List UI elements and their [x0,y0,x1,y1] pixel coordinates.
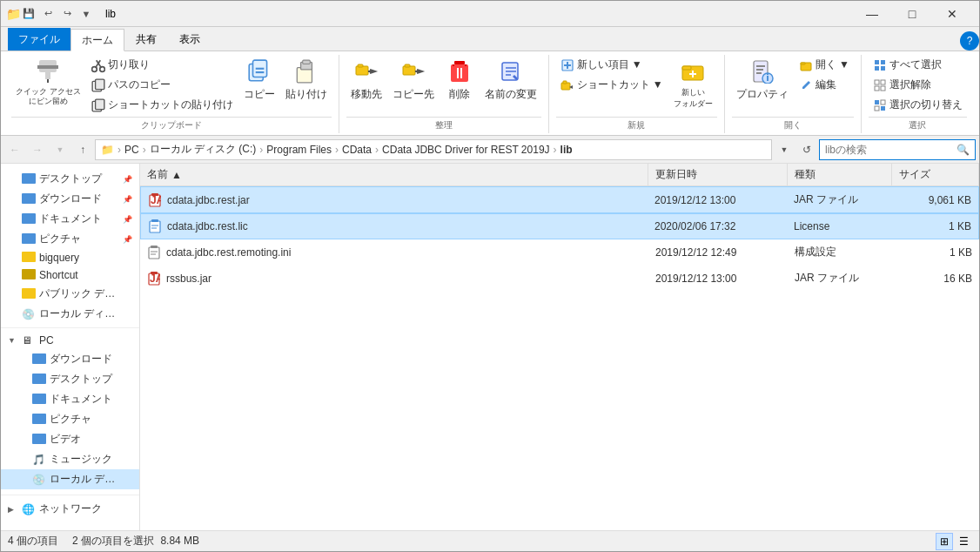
search-bar[interactable]: 🔍 [819,139,976,160]
up-button[interactable]: ↑ [72,139,93,160]
refresh-button[interactable]: ↺ [796,139,817,160]
rename-button[interactable]: 名前の変更 [480,55,541,104]
open-col: 開く ▼ 編集 [795,55,854,95]
sidebar-item-local-disk[interactable]: 💿 ローカル ディスク (C [1,469,139,489]
close-button[interactable]: ✕ [932,1,972,27]
sidebar-label: ダウンロード [39,192,102,206]
pin-marker: 📌 [123,215,132,224]
breadcrumb-driver[interactable]: CData JDBC Driver for REST 2019J [382,144,550,156]
sidebar-item-videos[interactable]: ビデオ [1,429,139,449]
select-all-button[interactable]: すべて選択 [869,55,967,75]
path-copy-button[interactable]: パスのコピー [87,75,238,95]
invert-selection-button[interactable]: 選択の切り替え [869,95,967,115]
qa-undo-button[interactable]: ↩ [39,5,57,23]
breadcrumb[interactable]: 📁 › PC › ローカル ディスク (C:) › Program Files … [95,139,772,160]
back-button[interactable]: ← [4,139,25,160]
sidebar-item-public-desktop[interactable]: パブリック デスクト... [1,284,139,304]
new-folder-button[interactable]: 新しいフォルダー [669,55,717,112]
svg-rect-27 [453,64,454,66]
view-tiles-button[interactable]: ⊞ [936,533,953,550]
new-item-button[interactable]: 新しい項目 ▼ [556,55,668,75]
organize-buttons: 移動先 コピー先 削除 名前の変更 [346,55,541,115]
svg-rect-62 [881,80,885,84]
file-row-jar[interactable]: JAR cdata.jdbc.rest.jar 2019/12/12 13:00… [140,186,979,213]
sidebar-item-desktop-quick[interactable]: デスクトップ 📌 [1,169,139,189]
sidebar-item-pictures-quick[interactable]: ピクチャ 📌 [1,229,139,249]
rename-icon [497,57,525,85]
column-header-size[interactable]: サイズ [892,164,979,185]
sidebar-item-music[interactable]: 🎵 ミュージック [1,449,139,469]
copy-button[interactable]: コピー [239,55,279,104]
column-header-type[interactable]: 種類 [788,164,892,185]
move-to-button[interactable]: 移動先 [346,55,386,104]
sidebar-item-downloads[interactable]: ダウンロード [1,349,139,369]
tab-share[interactable]: 共有 [124,28,168,50]
open-button[interactable]: 開く ▼ [795,55,854,75]
svg-text:JAR: JAR [151,194,161,206]
selected-size: 8.84 MB [160,535,199,547]
search-icon[interactable]: 🔍 [957,144,970,156]
copy-to-button[interactable]: コピー先 [388,55,439,104]
svg-rect-43 [682,66,691,70]
column-header-name[interactable]: 名前 ▲ [140,164,648,185]
qa-dropdown-button[interactable]: ▼ [77,5,95,23]
deselect-icon [873,78,887,92]
breadcrumb-cdata[interactable]: CData [342,144,372,156]
pin-button[interactable]: クイック アクセスにピン留め [11,55,85,109]
select-label: 選択 [869,117,967,133]
search-input[interactable] [825,144,957,156]
tab-view[interactable]: 表示 [168,28,211,50]
properties-button[interactable]: プロパティ [732,55,793,104]
breadcrumb-dropdown-button[interactable]: ▼ [774,139,795,160]
sidebar-item-desktop[interactable]: デスクトップ [1,369,139,389]
sidebar-item-network[interactable]: ▶ 🌐 ネットワーク [1,499,139,519]
file-row-rssbus[interactable]: JAR rssbus.jar 2019/12/12 13:00 JAR ファイル… [140,266,979,292]
tab-file[interactable]: ファイル [8,28,70,50]
cut-button[interactable]: 切り取り [87,55,238,75]
file-type-cell: JAR ファイル [787,191,891,209]
sidebar: デスクトップ 📌 ダウンロード 📌 ドキュメント 📌 ピクチャ 📌 [1,164,140,530]
tab-home[interactable]: ホーム [70,29,124,51]
new-folder-icon [679,57,707,85]
help-button[interactable]: ? [960,31,979,50]
column-header-date[interactable]: 更新日時 [648,164,788,185]
delete-button[interactable]: 削除 [440,55,479,104]
open-label: 開く [732,117,854,133]
new-label: 新規 [556,117,717,133]
svg-rect-11 [95,99,104,109]
breadcrumb-item[interactable]: 📁 [101,144,114,156]
deselect-button[interactable]: 選択解除 [869,75,967,95]
qa-redo-button[interactable]: ↪ [58,5,76,23]
paste-button[interactable]: 貼り付け [281,55,332,104]
breadcrumb-program-files[interactable]: Program Files [266,144,332,156]
select-all-icon [873,58,887,72]
breadcrumb-local-disk[interactable]: ローカル ディスク (C:) [150,142,257,157]
sidebar-item-local-disk-c[interactable]: 💿 ローカル ディスク (C [1,304,139,324]
sidebar-item-documents[interactable]: ドキュメント [1,389,139,409]
folder-icon [22,193,36,205]
file-row-lic[interactable]: cdata.jdbc.rest.lic 2020/02/06 17:32 Lic… [140,213,979,239]
clipboard-label: クリップボード [11,117,332,133]
maximize-button[interactable]: □ [892,1,932,27]
folder-icon [22,288,36,300]
sidebar-item-documents-quick[interactable]: ドキュメント 📌 [1,209,139,229]
breadcrumb-lib[interactable]: lib [560,144,573,156]
sidebar-item-bigquery[interactable]: bigquery [1,249,139,266]
sidebar-item-pc[interactable]: ▼ 🖥 PC [1,332,139,349]
pin-marker: 📌 [123,195,132,204]
forward-button[interactable]: → [27,139,48,160]
qa-save-button[interactable]: 💾 [20,5,37,23]
recent-button[interactable]: ▼ [50,139,70,160]
minimize-button[interactable]: — [852,1,892,27]
sidebar-item-downloads-quick[interactable]: ダウンロード 📌 [1,189,139,209]
sidebar-item-shortcut[interactable]: Shortcut [1,266,139,284]
breadcrumb-pc[interactable]: PC [124,144,139,156]
shortcut-button[interactable]: ショートカット ▼ [556,75,668,95]
file-row-ini[interactable]: cdata.jdbc.rest.remoting.ini 2019/12/12 … [140,239,979,266]
edit-button[interactable]: 編集 [795,75,854,95]
sidebar-item-pictures[interactable]: ピクチャ [1,409,139,429]
invert-selection-icon [873,98,887,112]
shortcut-paste-button[interactable]: ショートカットの貼り付け [87,95,238,115]
status-bar: 4 個の項目 2 個の項目を選択 8.84 MB ⊞ ☰ [1,530,979,551]
view-list-button[interactable]: ☰ [955,533,972,550]
